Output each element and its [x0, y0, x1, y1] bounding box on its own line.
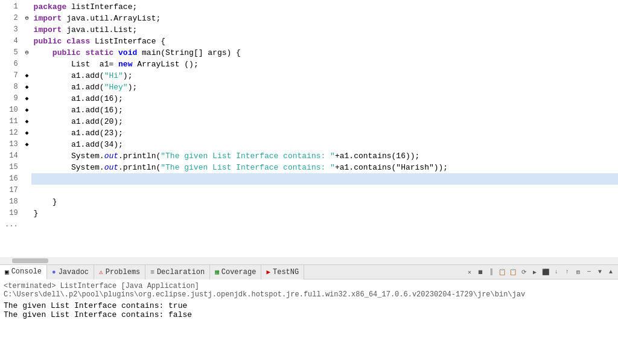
toolbar-btn-12[interactable]: ▼: [595, 267, 605, 277]
toolbar-btn-8[interactable]: ↓: [552, 267, 561, 277]
tab-declaration[interactable]: ≡Declaration: [145, 265, 210, 279]
gutter-arrow: ◆: [23, 93, 31, 104]
toolbar-btn-2[interactable]: ║: [486, 267, 496, 277]
line-number: 8: [5, 81, 18, 93]
gutter-arrow: ◆: [23, 81, 31, 93]
gutter-arrow: [23, 219, 31, 231]
console-content[interactable]: <terminated> ListInterface [Java Applica…: [0, 279, 618, 364]
code-segment: main(String[] args) {: [142, 48, 241, 57]
code-segment: "The given List Interface contains: ": [161, 163, 335, 172]
testng-tab-label: TestNG: [273, 268, 299, 276]
console-tab-label: Console: [11, 267, 42, 276]
line-number: 5: [5, 47, 18, 59]
code-line[interactable]: a1.add(20);: [31, 116, 618, 127]
code-segment: a1.add(: [34, 83, 104, 92]
code-segment: );: [123, 71, 133, 80]
line-number: 15: [5, 162, 18, 173]
code-line[interactable]: a1.add(34);: [31, 139, 618, 150]
code-line[interactable]: a1.add("Hey");: [31, 81, 618, 93]
code-segment: }: [34, 209, 39, 218]
scrollbar-thumb[interactable]: [12, 258, 48, 263]
line-number: 9: [5, 93, 18, 104]
tabs-bar: ▣Console●Javadoc⚠Problems≡Declaration▦Co…: [0, 265, 618, 279]
toolbar-btn-9[interactable]: ↑: [562, 267, 572, 277]
code-segment: a1.add(23);: [34, 129, 123, 138]
code-line[interactable]: import java.util.List;: [31, 24, 618, 36]
code-segment: new: [118, 60, 137, 69]
toolbar-btn-10[interactable]: ⊞: [573, 267, 583, 277]
toolbar-btn-4[interactable]: 📋: [508, 267, 518, 277]
code-segment: System.: [34, 163, 104, 172]
line-number: 6: [5, 59, 18, 70]
toolbar-btn-1[interactable]: ⏹: [476, 267, 485, 277]
code-segment: out: [104, 152, 118, 161]
tab-coverage[interactable]: ▦Coverage: [210, 265, 261, 279]
javadoc-tab-icon: ●: [52, 269, 56, 276]
line-number: 13: [5, 139, 18, 150]
gutter-arrow: [23, 196, 31, 208]
code-segment: void: [118, 48, 142, 57]
code-segment: "Hey": [104, 83, 128, 92]
code-segment: a1.add(20);: [34, 117, 123, 126]
editor-area: 12345678910111213141516171819... ⊖⊖◆◆◆◆◆…: [0, 0, 618, 264]
line-number: ...: [5, 219, 18, 231]
horizontal-scrollbar[interactable]: [0, 257, 618, 264]
code-line[interactable]: }: [31, 196, 618, 208]
code-line[interactable]: a1.add(16);: [31, 104, 618, 116]
gutter-arrow: ⊖: [23, 13, 31, 24]
code-segment: ArrayList: [137, 60, 184, 69]
bottom-panel: ▣Console●Javadoc⚠Problems≡Declaration▦Co…: [0, 264, 618, 364]
line-number: 16: [5, 173, 18, 185]
line-number: 3: [5, 24, 18, 36]
toolbar-btn-13[interactable]: ▲: [606, 267, 616, 277]
code-line[interactable]: }: [31, 208, 618, 219]
code-line[interactable]: a1.add("Hi");: [31, 70, 618, 81]
code-segment: static: [85, 48, 118, 57]
toolbar-btn-5[interactable]: ⟳: [519, 267, 529, 277]
code-line[interactable]: public class ListInterface {: [31, 36, 618, 47]
console-tab-icon: ▣: [5, 268, 9, 276]
code-line[interactable]: a1.add(23);: [31, 127, 618, 139]
code-segment: .println(: [118, 152, 161, 161]
code-line[interactable]: List a1= new ArrayList ();: [31, 59, 618, 70]
problems-tab-label: Problems: [106, 268, 141, 276]
gutter: ⊖⊖◆◆◆◆◆◆◆: [23, 0, 31, 257]
toolbar-btn-0[interactable]: ✕: [465, 267, 474, 277]
line-number: 10: [5, 104, 18, 116]
code-line[interactable]: a1.add(16);: [31, 93, 618, 104]
gutter-arrow: [23, 162, 31, 173]
tab-problems[interactable]: ⚠Problems: [94, 265, 145, 279]
code-line[interactable]: [31, 173, 618, 185]
gutter-arrow: [23, 1, 31, 13]
console-terminated-line: <terminated> ListInterface [Java Applica…: [4, 282, 614, 299]
tab-javadoc[interactable]: ●Javadoc: [47, 265, 94, 279]
line-number: 18: [5, 196, 18, 208]
gutter-arrow: ◆: [23, 139, 31, 150]
toolbar-btn-6[interactable]: ▶: [530, 267, 540, 277]
console-output-line: The given List Interface contains: false: [4, 310, 614, 319]
code-segment: [34, 48, 53, 57]
tab-testng[interactable]: ▶TestNG: [261, 265, 304, 279]
code-lines[interactable]: package listInterface;import java.util.A…: [31, 0, 618, 257]
toolbar-btn-7[interactable]: ⬛: [541, 267, 550, 277]
code-segment: import: [34, 14, 67, 23]
code-line[interactable]: import java.util.ArrayList;: [31, 13, 618, 24]
code-segment: java.util.ArrayList;: [66, 14, 161, 23]
code-line[interactable]: System.out.println("The given List Inter…: [31, 150, 618, 162]
code-line[interactable]: System.out.println("The given List Inter…: [31, 162, 618, 173]
code-line[interactable]: public static void main(String[] args) {: [31, 47, 618, 59]
code-line[interactable]: [31, 219, 618, 231]
code-segment: class: [66, 37, 95, 46]
code-line[interactable]: package listInterface;: [31, 1, 618, 13]
toolbar-btn-11[interactable]: ─: [584, 267, 594, 277]
toolbar-btn-3[interactable]: 📋: [497, 267, 507, 277]
tabs-toolbar: ✕⏹║📋📋⟳▶⬛↓↑⊞─▼▲: [465, 267, 618, 277]
code-line[interactable]: [31, 185, 618, 196]
gutter-arrow: [23, 36, 31, 47]
gutter-arrow: ◆: [23, 70, 31, 81]
tab-console[interactable]: ▣Console: [0, 265, 47, 279]
testng-tab-icon: ▶: [266, 268, 270, 276]
code-segment: "Hi": [104, 71, 123, 80]
code-segment: }: [34, 197, 57, 206]
code-container: 12345678910111213141516171819... ⊖⊖◆◆◆◆◆…: [0, 0, 618, 257]
